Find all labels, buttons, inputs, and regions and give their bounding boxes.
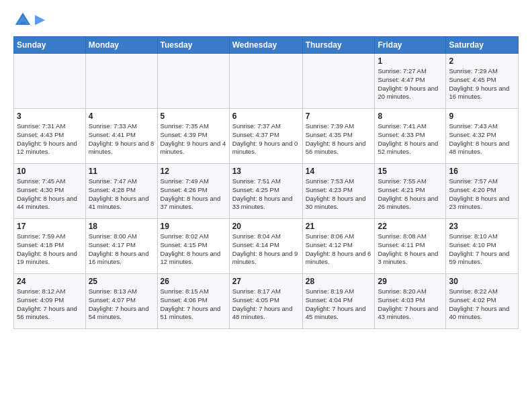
- day-cell: 8Sunrise: 7:41 AM Sunset: 4:33 PM Daylig…: [375, 109, 446, 164]
- day-cell: 30Sunrise: 8:22 AM Sunset: 4:02 PM Dayli…: [446, 274, 519, 329]
- day-number: 6: [232, 111, 300, 121]
- day-number: 12: [161, 167, 226, 176]
- day-number: 4: [89, 111, 154, 121]
- day-info: Sunrise: 7:39 AM Sunset: 4:35 PM Dayligh…: [306, 122, 372, 156]
- day-info: Sunrise: 8:15 AM Sunset: 4:06 PM Dayligh…: [161, 287, 226, 322]
- day-number: 23: [449, 222, 515, 231]
- day-cell: 17Sunrise: 7:59 AM Sunset: 4:18 PM Dayli…: [14, 219, 86, 274]
- day-cell: 2Sunrise: 7:29 AM Sunset: 4:45 PM Daylig…: [446, 54, 519, 109]
- day-info: Sunrise: 7:45 AM Sunset: 4:30 PM Dayligh…: [17, 177, 83, 212]
- week-row-2: 3Sunrise: 7:31 AM Sunset: 4:43 PM Daylig…: [14, 109, 519, 164]
- day-info: Sunrise: 7:29 AM Sunset: 4:45 PM Dayligh…: [449, 67, 515, 101]
- day-info: Sunrise: 8:04 AM Sunset: 4:14 PM Dayligh…: [232, 232, 300, 267]
- day-cell: 7Sunrise: 7:39 AM Sunset: 4:35 PM Daylig…: [302, 109, 375, 164]
- day-cell: 28Sunrise: 8:19 AM Sunset: 4:04 PM Dayli…: [302, 274, 375, 329]
- day-cell: 22Sunrise: 8:08 AM Sunset: 4:11 PM Dayli…: [375, 219, 446, 274]
- day-number: 26: [161, 277, 226, 286]
- day-info: Sunrise: 7:43 AM Sunset: 4:32 PM Dayligh…: [449, 122, 515, 156]
- week-row-5: 24Sunrise: 8:12 AM Sunset: 4:09 PM Dayli…: [14, 274, 519, 329]
- day-info: Sunrise: 7:31 AM Sunset: 4:43 PM Dayligh…: [17, 122, 83, 156]
- day-number: 28: [306, 277, 372, 286]
- day-number: 2: [449, 56, 515, 66]
- day-info: Sunrise: 8:22 AM Sunset: 4:02 PM Dayligh…: [449, 287, 515, 322]
- day-info: Sunrise: 8:10 AM Sunset: 4:10 PM Dayligh…: [449, 232, 515, 267]
- day-info: Sunrise: 7:37 AM Sunset: 4:37 PM Dayligh…: [232, 122, 300, 156]
- day-number: 20: [232, 222, 300, 231]
- day-cell: 12Sunrise: 7:49 AM Sunset: 4:26 PM Dayli…: [157, 164, 229, 219]
- day-info: Sunrise: 8:00 AM Sunset: 4:17 PM Dayligh…: [89, 232, 154, 267]
- col-header-monday: Monday: [85, 37, 157, 54]
- day-number: 16: [449, 167, 515, 176]
- col-header-saturday: Saturday: [446, 37, 519, 54]
- day-info: Sunrise: 7:41 AM Sunset: 4:33 PM Dayligh…: [378, 122, 443, 156]
- day-number: 9: [449, 111, 515, 121]
- day-cell: 20Sunrise: 8:04 AM Sunset: 4:14 PM Dayli…: [229, 219, 302, 274]
- day-info: Sunrise: 7:47 AM Sunset: 4:28 PM Dayligh…: [89, 177, 154, 212]
- header: ▶: [13, 11, 519, 30]
- week-row-1: 1Sunrise: 7:27 AM Sunset: 4:47 PM Daylig…: [14, 54, 519, 109]
- day-info: Sunrise: 7:59 AM Sunset: 4:18 PM Dayligh…: [17, 232, 83, 267]
- day-cell: 19Sunrise: 8:02 AM Sunset: 4:15 PM Dayli…: [157, 219, 229, 274]
- day-cell: 26Sunrise: 8:15 AM Sunset: 4:06 PM Dayli…: [157, 274, 229, 329]
- day-info: Sunrise: 7:53 AM Sunset: 4:23 PM Dayligh…: [306, 177, 372, 212]
- day-number: 29: [378, 277, 443, 286]
- day-cell: 5Sunrise: 7:35 AM Sunset: 4:39 PM Daylig…: [157, 109, 229, 164]
- logo: ▶: [13, 11, 44, 30]
- day-info: Sunrise: 8:13 AM Sunset: 4:07 PM Dayligh…: [89, 287, 154, 322]
- day-number: 3: [17, 111, 83, 121]
- day-cell: [157, 54, 229, 109]
- day-number: 24: [17, 277, 83, 286]
- day-cell: 21Sunrise: 8:06 AM Sunset: 4:12 PM Dayli…: [302, 219, 375, 274]
- day-info: Sunrise: 7:35 AM Sunset: 4:39 PM Dayligh…: [161, 122, 226, 156]
- day-number: 13: [232, 167, 300, 176]
- day-info: Sunrise: 8:19 AM Sunset: 4:04 PM Dayligh…: [306, 287, 372, 322]
- day-cell: [85, 54, 157, 109]
- day-info: Sunrise: 7:57 AM Sunset: 4:20 PM Dayligh…: [449, 177, 515, 212]
- logo-text: ▶: [35, 13, 44, 27]
- svg-rect-2: [20, 22, 26, 25]
- day-info: Sunrise: 7:27 AM Sunset: 4:47 PM Dayligh…: [378, 67, 443, 101]
- day-cell: [302, 54, 375, 109]
- calendar-table: SundayMondayTuesdayWednesdayThursdayFrid…: [13, 36, 519, 329]
- day-number: 14: [306, 167, 372, 176]
- calendar-header-row: SundayMondayTuesdayWednesdayThursdayFrid…: [14, 37, 519, 54]
- col-header-tuesday: Tuesday: [157, 37, 229, 54]
- day-info: Sunrise: 7:49 AM Sunset: 4:26 PM Dayligh…: [161, 177, 226, 212]
- day-info: Sunrise: 7:51 AM Sunset: 4:25 PM Dayligh…: [232, 177, 300, 212]
- day-number: 30: [449, 277, 515, 286]
- col-header-friday: Friday: [375, 37, 446, 54]
- day-cell: 16Sunrise: 7:57 AM Sunset: 4:20 PM Dayli…: [446, 164, 519, 219]
- day-number: 18: [89, 222, 154, 231]
- day-number: 25: [89, 277, 154, 286]
- day-cell: 15Sunrise: 7:55 AM Sunset: 4:21 PM Dayli…: [375, 164, 446, 219]
- day-number: 17: [17, 222, 83, 231]
- day-info: Sunrise: 8:12 AM Sunset: 4:09 PM Dayligh…: [17, 287, 83, 322]
- day-number: 8: [378, 111, 443, 121]
- day-cell: 24Sunrise: 8:12 AM Sunset: 4:09 PM Dayli…: [14, 274, 86, 329]
- week-row-3: 10Sunrise: 7:45 AM Sunset: 4:30 PM Dayli…: [14, 164, 519, 219]
- day-number: 1: [378, 56, 443, 66]
- col-header-thursday: Thursday: [302, 37, 375, 54]
- logo-icon: [13, 11, 32, 30]
- day-number: 5: [161, 111, 226, 121]
- week-row-4: 17Sunrise: 7:59 AM Sunset: 4:18 PM Dayli…: [14, 219, 519, 274]
- day-cell: 6Sunrise: 7:37 AM Sunset: 4:37 PM Daylig…: [229, 109, 302, 164]
- day-info: Sunrise: 8:02 AM Sunset: 4:15 PM Dayligh…: [161, 232, 226, 267]
- day-info: Sunrise: 7:55 AM Sunset: 4:21 PM Dayligh…: [378, 177, 443, 212]
- day-number: 21: [306, 222, 372, 231]
- day-cell: 25Sunrise: 8:13 AM Sunset: 4:07 PM Dayli…: [85, 274, 157, 329]
- day-number: 27: [232, 277, 300, 286]
- day-cell: 9Sunrise: 7:43 AM Sunset: 4:32 PM Daylig…: [446, 109, 519, 164]
- day-number: 10: [17, 167, 83, 176]
- day-cell: [229, 54, 302, 109]
- day-info: Sunrise: 8:17 AM Sunset: 4:05 PM Dayligh…: [232, 287, 300, 322]
- day-cell: 29Sunrise: 8:20 AM Sunset: 4:03 PM Dayli…: [375, 274, 446, 329]
- day-cell: 13Sunrise: 7:51 AM Sunset: 4:25 PM Dayli…: [229, 164, 302, 219]
- day-cell: 18Sunrise: 8:00 AM Sunset: 4:17 PM Dayli…: [85, 219, 157, 274]
- col-header-wednesday: Wednesday: [229, 37, 302, 54]
- day-number: 15: [378, 167, 443, 176]
- day-cell: 1Sunrise: 7:27 AM Sunset: 4:47 PM Daylig…: [375, 54, 446, 109]
- day-info: Sunrise: 8:06 AM Sunset: 4:12 PM Dayligh…: [306, 232, 372, 267]
- day-number: 7: [306, 111, 372, 121]
- day-cell: [14, 54, 86, 109]
